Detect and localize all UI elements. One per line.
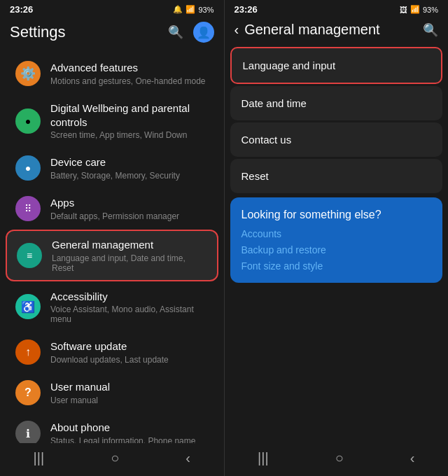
left-panel: 23:26 🔔 📶 93% Settings 🔍 👤 ⚙️ Advanced f… [0,0,224,476]
user-manual-title: User manual [50,380,209,394]
advanced-features-subtitle: Motions and gestures, One-handed mode [50,76,209,86]
settings-item-user-manual[interactable]: ? User manual User manual [6,373,218,412]
right-nav-back[interactable]: ‹ [410,450,415,466]
header-actions: 🔍 👤 [168,22,214,43]
right-list: Language and input Date and time Contact… [225,45,449,443]
right-status-icons: 🖼 📶 93% [400,5,438,14]
general-management-icon: ≡ [17,243,42,268]
accessibility-subtitle: Voice Assistant, Mono audio, Assistant m… [50,304,209,324]
right-time: 23:26 [234,4,258,15]
settings-item-software-update[interactable]: ↑ Software update Download updates, Last… [6,332,218,372]
accounts-link[interactable]: Accounts [241,228,432,239]
apps-subtitle: Default apps, Permission manager [50,211,209,221]
settings-item-advanced-features[interactable]: ⚙️ Advanced features Motions and gesture… [6,54,218,93]
user-manual-icon: ? [15,380,41,405]
left-nav-home[interactable]: ○ [111,450,119,466]
device-care-title: Device care [50,155,209,169]
general-management-subtitle: Language and input, Date and time, Reset [52,253,207,273]
software-update-subtitle: Download updates, Last update [50,355,209,365]
right-item-contact-us[interactable]: Contact us [230,122,443,157]
contact-us-label: Contact us [241,134,292,146]
right-item-reset[interactable]: Reset [230,159,443,193]
accessibility-icon: ♿ [15,294,41,319]
about-phone-title: About phone [50,421,209,435]
settings-item-general-management[interactable]: ≡ General management Language and input,… [6,230,218,281]
apps-icon: ⠿ [15,196,41,221]
right-nav-home[interactable]: ○ [335,450,344,466]
advanced-features-icon: ⚙️ [15,61,41,86]
font-size-link[interactable]: Font size and style [241,260,432,272]
settings-title: Settings [10,23,66,41]
battery-text: 93% [198,6,214,14]
device-care-icon: ● [15,155,41,181]
right-status-bar: 23:26 🖼 📶 93% [225,0,449,18]
right-header: ‹ General management 🔍 [225,18,449,45]
about-phone-icon: ℹ [15,421,41,443]
right-nav-recents[interactable]: ||| [258,450,269,466]
back-button[interactable]: ‹ [234,22,239,38]
left-status-icons: 🔔 📶 93% [173,5,214,14]
signal-icon: 📶 [186,5,195,14]
digital-wellbeing-title: Digital Wellbeing and parental controls [50,102,209,129]
backup-restore-link[interactable]: Backup and restore [241,244,432,255]
right-nav-bar: ||| ○ ‹ [225,443,449,476]
settings-item-apps[interactable]: ⠿ Apps Default apps, Permission manager [6,189,218,228]
right-signal-icon: 📶 [410,5,420,14]
digital-wellbeing-icon: ● [15,108,41,134]
language-label: Language and input [243,59,336,71]
advanced-features-title: Advanced features [50,61,209,75]
search-button[interactable]: 🔍 [168,24,183,40]
left-nav-bar: ||| ○ ‹ [0,443,224,476]
right-header-title: General management [244,22,423,38]
left-header: Settings 🔍 👤 [0,18,224,50]
software-update-title: Software update [50,340,209,354]
accessibility-title: Accessibility [50,290,209,304]
digital-wellbeing-subtitle: Screen time, App timers, Wind Down [50,130,209,140]
right-item-language[interactable]: Language and input [230,47,443,84]
left-time: 23:26 [10,4,33,15]
left-nav-recents[interactable]: ||| [34,450,45,466]
user-manual-subtitle: User manual [50,396,209,405]
date-time-label: Date and time [241,97,307,109]
device-care-subtitle: Battery, Storage, Memory, Security [50,171,209,181]
left-nav-back[interactable]: ‹ [186,450,190,466]
apps-title: Apps [50,196,209,210]
settings-item-accessibility[interactable]: ♿ Accessibility Voice Assistant, Mono au… [6,283,218,332]
software-update-icon: ↑ [15,340,41,365]
reset-label: Reset [241,170,269,182]
avatar[interactable]: 👤 [193,22,214,43]
right-battery-text: 93% [423,6,438,14]
settings-item-digital-wellbeing[interactable]: ● Digital Wellbeing and parental control… [6,94,218,147]
image-icon: 🖼 [400,6,407,14]
general-management-title: General management [52,238,207,252]
right-item-date-time[interactable]: Date and time [230,86,443,120]
sound-icon: 🔔 [173,5,183,14]
right-panel: 23:26 🖼 📶 93% ‹ General management 🔍 Lan… [225,0,449,476]
settings-item-about-phone[interactable]: ℹ About phone Status, Legal information,… [6,414,218,443]
settings-item-device-care[interactable]: ● Device care Battery, Storage, Memory, … [6,148,218,188]
looking-section: Looking for something else? Accounts Bac… [230,197,443,283]
left-status-bar: 23:26 🔔 📶 93% [0,0,224,18]
about-phone-subtitle: Status, Legal information, Phone name [50,436,209,443]
right-search-button[interactable]: 🔍 [423,22,438,38]
looking-title: Looking for something else? [241,209,432,221]
settings-list: ⚙️ Advanced features Motions and gesture… [0,50,224,443]
